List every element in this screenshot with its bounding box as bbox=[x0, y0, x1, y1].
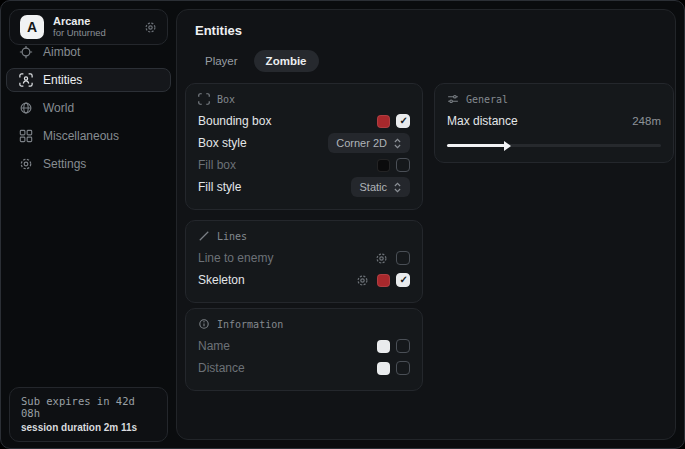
setting-row-distance: Distance bbox=[198, 357, 410, 379]
setting-label: Line to enemy bbox=[198, 251, 375, 265]
gear-icon[interactable] bbox=[356, 274, 369, 287]
bounding-box-checkbox[interactable] bbox=[396, 114, 410, 128]
distance-checkbox[interactable] bbox=[396, 361, 410, 375]
tab-zombie[interactable]: Zombie bbox=[254, 50, 319, 72]
setting-row-skeleton: Skeleton bbox=[198, 269, 410, 291]
slider-fill bbox=[447, 144, 505, 147]
sidebar-item-label: Settings bbox=[43, 157, 86, 171]
gear-icon[interactable] bbox=[144, 21, 157, 34]
sidebar-item-entities[interactable]: Entities bbox=[6, 68, 171, 92]
app-window: A Arcane for Unturned Category bbox=[0, 0, 685, 449]
globe-icon bbox=[19, 101, 33, 115]
app-meta: Arcane for Unturned bbox=[53, 15, 106, 39]
app-subtitle: for Unturned bbox=[53, 28, 106, 39]
setting-label: Name bbox=[198, 339, 377, 353]
page-title: Entities bbox=[195, 23, 675, 38]
person-scan-icon bbox=[19, 73, 33, 87]
dropdown-value: Corner 2D bbox=[336, 137, 387, 149]
lines-card: Lines Line to enemy Skeleton bbox=[185, 220, 423, 303]
lines-card-header: Lines bbox=[198, 230, 410, 242]
card-title: Box bbox=[217, 94, 235, 105]
sidebar-item-label: Entities bbox=[43, 73, 82, 87]
box-style-dropdown[interactable]: Corner 2D bbox=[328, 133, 410, 153]
fill-style-dropdown[interactable]: Static bbox=[351, 177, 410, 197]
sidebar-item-settings[interactable]: Settings bbox=[6, 152, 171, 176]
information-card: Information Name Distance bbox=[185, 308, 423, 391]
chevron-up-down-icon bbox=[393, 138, 402, 149]
card-title: Information bbox=[217, 319, 283, 330]
setting-label: Box style bbox=[198, 136, 328, 150]
setting-row-box-style: Box style Corner 2D bbox=[198, 132, 410, 154]
setting-label: Distance bbox=[198, 361, 377, 375]
color-swatch[interactable] bbox=[377, 115, 390, 128]
setting-label: Fill style bbox=[198, 180, 351, 194]
general-card: General Max distance 248m bbox=[434, 83, 674, 163]
setting-label: Max distance bbox=[447, 114, 632, 128]
setting-label: Bounding box bbox=[198, 114, 377, 128]
information-icon bbox=[198, 318, 210, 330]
app-name: Arcane bbox=[53, 15, 106, 28]
color-swatch[interactable] bbox=[377, 362, 390, 375]
main-panel: Entities Player Zombie Box Bounding box bbox=[176, 9, 676, 440]
setting-label: Fill box bbox=[198, 158, 377, 172]
general-card-header: General bbox=[447, 93, 661, 105]
sidebar-nav: Aimbot Entities bbox=[1, 40, 176, 176]
tab-label: Player bbox=[205, 55, 238, 67]
gear-icon bbox=[19, 157, 33, 171]
color-swatch[interactable] bbox=[377, 274, 390, 287]
box-corners-icon bbox=[198, 93, 210, 105]
line-to-enemy-checkbox[interactable] bbox=[396, 251, 410, 265]
sidebar-header: A Arcane for Unturned bbox=[9, 9, 168, 45]
sidebar-item-world[interactable]: World bbox=[6, 96, 171, 120]
setting-row-fill-style: Fill style Static bbox=[198, 176, 410, 198]
setting-row-bounding-box: Bounding box bbox=[198, 110, 410, 132]
tabs: Player Zombie bbox=[193, 50, 675, 72]
setting-label: Skeleton bbox=[198, 273, 356, 287]
dropdown-value: Static bbox=[359, 181, 387, 193]
box-card-header: Box bbox=[198, 93, 410, 105]
slider-thumb[interactable] bbox=[504, 141, 511, 151]
setting-row-name: Name bbox=[198, 335, 410, 357]
subscription-info: Sub expires in 42d 08h session duration … bbox=[9, 387, 168, 442]
session-duration-text: session duration 2m 11s bbox=[21, 422, 156, 433]
sliders-icon bbox=[447, 93, 459, 105]
sidebar-item-miscellaneous[interactable]: Miscellaneous bbox=[6, 124, 171, 148]
max-distance-slider[interactable] bbox=[447, 141, 661, 151]
chevron-up-down-icon bbox=[393, 182, 402, 193]
gear-icon[interactable] bbox=[375, 252, 388, 265]
sidebar-item-label: Miscellaneous bbox=[43, 129, 119, 143]
sub-expiry-text: Sub expires in 42d 08h bbox=[21, 395, 156, 419]
diagonal-line-icon bbox=[198, 230, 210, 242]
sidebar-item-label: World bbox=[43, 101, 74, 115]
skeleton-checkbox[interactable] bbox=[396, 273, 410, 287]
tab-player[interactable]: Player bbox=[193, 50, 250, 72]
setting-row-fill-box: Fill box bbox=[198, 154, 410, 176]
crosshair-icon bbox=[19, 45, 33, 59]
sidebar-item-label: Aimbot bbox=[43, 45, 80, 59]
card-title: Lines bbox=[217, 231, 247, 242]
name-checkbox[interactable] bbox=[396, 339, 410, 353]
app-logo: A bbox=[20, 15, 44, 39]
setting-row-line-to-enemy: Line to enemy bbox=[198, 247, 410, 269]
box-card: Box Bounding box Box style Corner 2D bbox=[185, 83, 423, 210]
grid-icon bbox=[19, 129, 33, 143]
card-title: General bbox=[466, 94, 508, 105]
fill-box-checkbox[interactable] bbox=[396, 158, 410, 172]
max-distance-value: 248m bbox=[632, 115, 661, 127]
information-card-header: Information bbox=[198, 318, 410, 330]
color-swatch[interactable] bbox=[377, 340, 390, 353]
setting-row-max-distance: Max distance 248m bbox=[447, 110, 661, 132]
tab-label: Zombie bbox=[266, 55, 307, 67]
color-swatch[interactable] bbox=[377, 159, 390, 172]
sidebar: A Arcane for Unturned Category bbox=[1, 1, 176, 448]
